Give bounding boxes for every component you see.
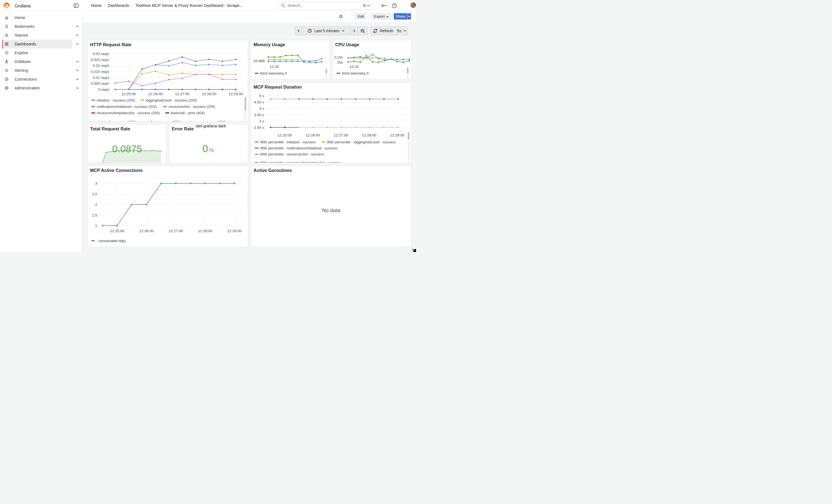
svg-text:0.0875: 0.0875 [112,143,142,154]
svg-text:12:25: 12:25 [269,65,279,69]
svg-text:0: 0 [202,143,208,154]
svg-text:?: ? [393,4,395,7]
svg-text:%: % [209,147,214,153]
svg-text:1: 1 [95,224,97,228]
svg-text:5 s: 5 s [259,94,264,98]
svg-text:0.01 req/s: 0.01 req/s [93,76,109,80]
svg-text:3.50 s: 3.50 s [254,113,264,117]
svg-text:12:26:00: 12:26:00 [139,229,154,233]
svg-text:16 MiB: 16 MiB [253,59,265,63]
svg-text:12:26:00: 12:26:00 [148,92,163,96]
svg-text:12:25:00: 12:25:00 [110,229,124,233]
svg-text:2.50 s: 2.50 s [254,126,264,130]
svg-text:12:29:00: 12:29:00 [390,133,405,137]
svg-text:2: 2 [95,203,97,207]
svg-text:12:27:00: 12:27:00 [334,133,348,137]
svg-text:12:28:00: 12:28:00 [362,133,376,137]
svg-text:0.005 req/s: 0.005 req/s [90,81,109,85]
svg-text:12:27:00: 12:27:00 [175,92,189,96]
svg-text:0.03 req/s: 0.03 req/s [93,52,109,56]
svg-text:0.2%: 0.2% [334,55,343,59]
svg-text:3: 3 [95,181,97,185]
svg-text:12:25:00: 12:25:00 [121,92,136,96]
svg-text:4.50 s: 4.50 s [254,100,264,104]
svg-text:0.025 req/s: 0.025 req/s [90,58,109,62]
svg-text:12:25: 12:25 [349,65,359,69]
svg-text:3 s: 3 s [259,119,264,123]
svg-text:0%: 0% [337,60,343,65]
svg-text:2.5: 2.5 [92,192,97,196]
svg-text:12:25:00: 12:25:00 [277,133,292,137]
svg-text:1.5: 1.5 [92,213,97,217]
svg-text:12:26:00: 12:26:00 [305,133,320,137]
svg-text:0 req/s: 0 req/s [98,87,109,91]
svg-text:0.02 req/s: 0.02 req/s [93,63,109,68]
svg-text:12:28:00: 12:28:00 [198,229,212,233]
svg-text:12:28:00: 12:28:00 [202,92,216,96]
svg-text:12:29:00: 12:29:00 [228,92,243,96]
svg-text:4 s: 4 s [259,106,264,111]
svg-text:0.015 req/s: 0.015 req/s [90,70,109,74]
svg-text:12:29:00: 12:29:00 [227,229,241,233]
svg-text:12:27:00: 12:27:00 [168,229,183,233]
